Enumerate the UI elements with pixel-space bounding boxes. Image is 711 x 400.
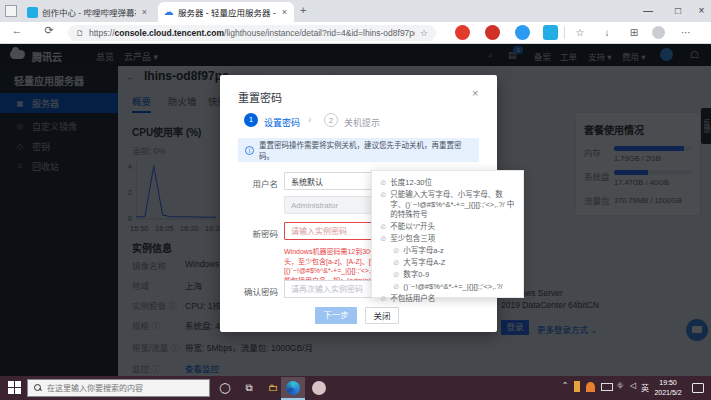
clock-time: 19:50 bbox=[648, 378, 688, 388]
extension-icon-red-2[interactable] bbox=[485, 25, 500, 40]
taskbar-clock[interactable]: 19:50 2021/5/2 bbox=[648, 378, 688, 398]
window-close-button[interactable]: × bbox=[692, 0, 711, 22]
edge-taskbar-icon[interactable] bbox=[286, 381, 300, 395]
step-2-circle: 2 bbox=[324, 113, 338, 127]
toolbar-divider bbox=[564, 26, 565, 39]
info-icon: i bbox=[245, 146, 254, 155]
rule-text: 至少包含三项 bbox=[390, 234, 435, 244]
step-arrow-icon: › bbox=[308, 114, 311, 125]
favorites-icon[interactable]: ☆ bbox=[572, 25, 588, 40]
new-password-input[interactable] bbox=[284, 222, 384, 240]
step-1-circle: 1 bbox=[244, 113, 258, 127]
username-field bbox=[284, 196, 384, 214]
network-icon[interactable]: ⛗ bbox=[617, 381, 623, 391]
refresh-icon[interactable]: ⟳ bbox=[40, 24, 58, 37]
window-minimize-button[interactable]: — bbox=[633, 0, 663, 22]
start-button[interactable] bbox=[8, 381, 21, 394]
window-icon bbox=[5, 5, 17, 17]
confirm-password-label: 确认密码 bbox=[238, 285, 278, 297]
rule-check-icon: ⊘ bbox=[380, 234, 386, 244]
new-tab-button[interactable]: + bbox=[300, 4, 306, 16]
extension-icon-red-1[interactable] bbox=[455, 25, 470, 40]
rule-text: 只能输入大写字母、小写字母、数字、()`~!@#$%^&*-+=_|{}[]:;… bbox=[390, 190, 515, 220]
address-bar[interactable]: 🗋 https://console.cloud.tencent.com/ligh… bbox=[68, 25, 436, 41]
rule-check-icon: ⊘ bbox=[393, 270, 399, 280]
url-text: https://console.cloud.tencent.com/lighth… bbox=[89, 28, 415, 38]
search-icon bbox=[34, 384, 42, 392]
page-security-icon: 🗋 bbox=[76, 29, 84, 38]
back-icon[interactable]: ← bbox=[8, 24, 26, 36]
modal-title: 重置密码 bbox=[238, 89, 282, 105]
rule-item: ⊘ 长度12-30位 bbox=[380, 178, 515, 188]
tab-close-icon[interactable]: × bbox=[280, 7, 289, 17]
rule-text: 大写字母A-Z bbox=[403, 258, 445, 268]
profile-avatar[interactable] bbox=[652, 26, 665, 39]
new-password-label: 新密码 bbox=[238, 227, 278, 239]
volume-icon[interactable]: ◁ bbox=[630, 381, 636, 390]
downloads-icon[interactable]: ↓ bbox=[599, 25, 615, 40]
clock-date: 2021/5/2 bbox=[648, 388, 688, 398]
step-2-label: 关机提示 bbox=[344, 116, 380, 129]
extension-icon-bilibili[interactable] bbox=[543, 25, 558, 40]
rule-item: ⊘ 只能输入大写字母、小写字母、数字、()`~!@#$%^&*-+=_|{}[]… bbox=[380, 190, 515, 220]
confirm-password-input[interactable] bbox=[284, 280, 384, 298]
rule-text: 不能以“/”开头 bbox=[390, 222, 435, 232]
rule-check-icon: ⊘ bbox=[393, 282, 399, 292]
tab-close-icon[interactable]: × bbox=[140, 7, 149, 17]
tab-title: 创作中心 - 哔哩哔哩弹幕视频网 bbox=[42, 6, 136, 18]
rule-check-icon: ⊘ bbox=[393, 246, 399, 256]
rule-text: ()`~!@#$%^&*-+=_|{}[]:;'<>,.?/ bbox=[403, 282, 502, 292]
rule-check-icon: ⊘ bbox=[380, 294, 386, 304]
password-rules-popover: ⊘ 长度12-30位 ⊘ 只能输入大写字母、小写字母、数字、()`~!@#$%^… bbox=[371, 170, 524, 298]
rule-text: 长度12-30位 bbox=[390, 178, 432, 188]
extension-icon-blue[interactable] bbox=[515, 25, 530, 40]
modal-alert: i 重置密码操作需要将实例关机，建议您先手动关机，再重置密码。 bbox=[238, 138, 479, 162]
rule-item: ⊘ 至少包含三项 bbox=[380, 234, 515, 244]
rule-check-icon: ⊘ bbox=[393, 258, 399, 268]
rule-subitem: ⊘ 数字0-9 bbox=[380, 270, 515, 280]
rule-subitem: ⊘ 大写字母A-Z bbox=[380, 258, 515, 268]
modal-close-icon[interactable]: × bbox=[472, 87, 478, 99]
tray-expand-icon[interactable]: ⌃ bbox=[560, 381, 570, 390]
username-select[interactable]: 系统默认 ▼ bbox=[284, 172, 384, 190]
rule-item: ⊘ 不包括用户名 bbox=[380, 294, 515, 304]
rule-text: 不包括用户名 bbox=[390, 294, 435, 304]
window-maximize-button[interactable]: □ bbox=[663, 0, 693, 22]
rule-check-icon: ⊘ bbox=[380, 190, 386, 220]
bilibili-favicon bbox=[27, 7, 38, 18]
browser-tab-console[interactable]: ☁ 服务器 - 轻量应用服务器 - 控制… × bbox=[158, 2, 294, 22]
taskbar-search-input[interactable] bbox=[47, 384, 197, 393]
username-label: 用户名 bbox=[238, 177, 278, 189]
rule-check-icon: ⊘ bbox=[380, 178, 386, 188]
username-select-value: 系统默认 bbox=[291, 176, 323, 187]
close-button[interactable]: 关闭 bbox=[365, 307, 399, 324]
taskbar-search[interactable] bbox=[27, 379, 210, 397]
alert-text: 重置密码操作需要将实例关机，建议您先手动关机，再重置密码。 bbox=[259, 139, 472, 161]
rule-text: 数字0-9 bbox=[403, 270, 429, 280]
tray-app-icon-1[interactable] bbox=[574, 381, 580, 392]
browser-tab-bilibili[interactable]: 创作中心 - 哔哩哔哩弹幕视频网 × bbox=[22, 2, 154, 22]
tab-title: 服务器 - 轻量应用服务器 - 控制… bbox=[178, 6, 276, 18]
tencent-cloud-favicon: ☁ bbox=[163, 7, 174, 18]
bookmark-star-icon[interactable]: ☆ bbox=[420, 28, 428, 38]
pinned-app-icon[interactable] bbox=[312, 381, 326, 395]
tray-app-icon-2[interactable] bbox=[586, 382, 595, 392]
rule-check-icon: ⊘ bbox=[380, 222, 386, 232]
rule-subitem: ⊘ 小写字母a-z bbox=[380, 246, 515, 256]
rule-subitem: ⊘ ()`~!@#$%^&*-+=_|{}[]:;'<>,.?/ bbox=[380, 282, 515, 292]
collections-icon[interactable]: ⊞ bbox=[626, 25, 642, 40]
screen: 创作中心 - 哔哩哔哩弹幕视频网 × ☁ 服务器 - 轻量应用服务器 - 控制…… bbox=[0, 0, 711, 400]
task-view-icon[interactable]: ⧉ bbox=[240, 379, 258, 397]
touch-keyboard-icon[interactable] bbox=[601, 383, 613, 391]
rule-item: ⊘ 不能以“/”开头 bbox=[380, 222, 515, 232]
step-1-label: 设置密码 bbox=[264, 116, 300, 129]
cortana-icon[interactable]: ◯ bbox=[216, 379, 234, 397]
action-center-icon[interactable] bbox=[692, 383, 704, 393]
next-step-button[interactable]: 下一步 bbox=[315, 307, 357, 324]
file-explorer-icon[interactable]: 🗀 bbox=[264, 379, 282, 397]
rule-text: 小写字母a-z bbox=[403, 246, 443, 256]
more-menu-icon[interactable]: ⋯ bbox=[678, 25, 694, 40]
